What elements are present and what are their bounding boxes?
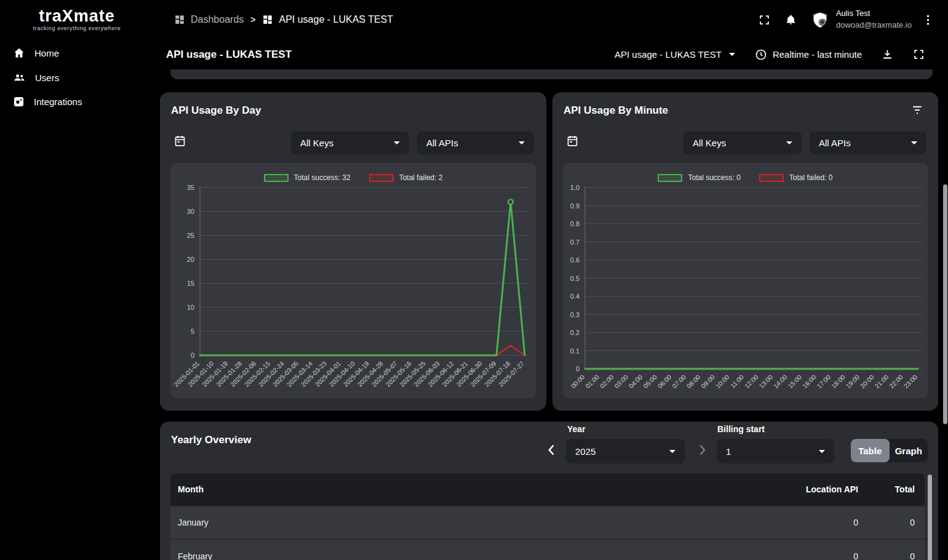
legend-swatch (369, 174, 394, 182)
svg-text:35: 35 (187, 184, 194, 191)
card-title: API Usage By Day (171, 105, 261, 117)
by-minute-chart-panel: Total success: 0Total failed: 0 00.10.20… (563, 163, 928, 398)
previous-year-chevron-icon[interactable] (548, 444, 555, 456)
legend-item: Total success: 0 (658, 173, 740, 182)
sidebar-item-integrations[interactable]: Integrations (0, 90, 154, 114)
sidebar: Home Users Integrations (0, 39, 154, 560)
toolbar-actions: API usage - LUKAS TEST Realtime - last m… (615, 49, 925, 61)
dashboard-toolbar: API usage - LUKAS TEST API usage - LUKAS… (154, 39, 948, 69)
filter-icon[interactable] (912, 105, 923, 115)
svg-text:00:00: 00:00 (569, 373, 586, 390)
svg-text:25: 25 (187, 232, 194, 239)
svg-text:14:00: 14:00 (772, 373, 789, 390)
svg-text:0.6: 0.6 (570, 256, 580, 264)
logo-text: traXmate (0, 8, 154, 25)
breadcrumb-separator: > (250, 15, 255, 25)
user-name: Aulis Test (836, 8, 912, 20)
svg-text:0.3: 0.3 (570, 311, 580, 318)
cell-month: February (170, 539, 788, 560)
svg-text:0.5: 0.5 (570, 275, 580, 282)
table-scrollbar-thumb[interactable] (928, 475, 932, 560)
apis-filter-select[interactable]: All APIs (417, 132, 534, 154)
notifications-bell-icon[interactable] (785, 14, 797, 26)
breadcrumb-current-dashboard[interactable]: API usage - LUKAS TEST (262, 14, 393, 25)
breadcrumb-dashboards[interactable]: Dashboards (174, 14, 244, 25)
kebab-menu-icon[interactable] (926, 14, 930, 26)
column-location-api: Location API (788, 473, 868, 506)
chart-legend: Total success: 0Total failed: 0 (563, 163, 928, 183)
breadcrumb: Dashboards > API usage - LUKAS TEST (174, 14, 393, 25)
svg-text:15: 15 (187, 280, 194, 287)
svg-text:10: 10 (187, 304, 194, 311)
cell-location-api: 0 (788, 539, 868, 560)
cell-total: 0 (868, 506, 925, 539)
sidebar-item-label: Integrations (34, 97, 82, 107)
dashboard-scroll-area: API Usage By Day All Keys All APIs Total… (154, 69, 948, 560)
apis-filter-value: All APIs (819, 138, 851, 148)
svg-text:0.7: 0.7 (570, 239, 580, 246)
realtime-range-button[interactable]: Realtime - last minute (755, 49, 862, 61)
yearly-table: Month Location API Total January00Februa… (170, 473, 925, 560)
partially-scrolled-widget (170, 69, 933, 79)
apis-filter-select[interactable]: All APIs (810, 132, 926, 154)
dashboard-select-value: API usage - LUKAS TEST (615, 49, 722, 60)
clock-icon (755, 49, 767, 61)
page-scrollbar-thumb[interactable] (943, 184, 947, 424)
chevron-down-icon (819, 450, 825, 453)
svg-text:15:00: 15:00 (786, 373, 803, 390)
brand-logo[interactable]: traXmate tracking everything everywhere (0, 8, 154, 31)
chevron-down-icon (729, 53, 735, 56)
svg-text:17:00: 17:00 (815, 373, 832, 390)
svg-text:06:00: 06:00 (656, 373, 672, 390)
toggle-graph-button[interactable]: Graph (890, 439, 928, 462)
legend-label: Total success: 32 (294, 173, 351, 182)
download-icon[interactable] (882, 49, 893, 60)
legend-item: Total success: 32 (264, 173, 351, 182)
chart-legend: Total success: 32Total failed: 2 (170, 163, 536, 183)
card-title: API Usage By Minute (564, 105, 668, 117)
year-select[interactable]: 2025 (566, 439, 685, 463)
column-month: Month (170, 473, 788, 506)
svg-text:0: 0 (576, 365, 580, 373)
calendar-icon[interactable] (173, 134, 186, 148)
keys-filter-select[interactable]: All Keys (683, 132, 802, 154)
chevron-down-icon (519, 141, 525, 144)
fullscreen-icon[interactable] (759, 14, 770, 26)
sidebar-item-label: Home (34, 48, 59, 58)
chevron-down-icon (786, 141, 792, 144)
svg-text:11:00: 11:00 (729, 373, 746, 390)
year-value: 2025 (575, 446, 595, 457)
expand-dashboard-icon[interactable] (913, 49, 925, 60)
card-api-usage-by-day: API Usage By Day All Keys All APIs Total… (160, 92, 546, 411)
svg-text:18:00: 18:00 (830, 373, 846, 390)
svg-text:08:00: 08:00 (685, 373, 702, 390)
svg-text:16:00: 16:00 (801, 373, 818, 390)
svg-text:05:00: 05:00 (642, 373, 658, 390)
svg-text:20:00: 20:00 (859, 373, 875, 390)
keys-filter-select[interactable]: All Keys (291, 132, 409, 154)
legend-item: Total failed: 0 (759, 173, 833, 182)
cell-month: January (170, 506, 788, 539)
calendar-icon[interactable] (566, 134, 579, 148)
dashboard-grid-icon (174, 14, 185, 25)
sidebar-item-users[interactable]: Users (0, 65, 154, 90)
users-icon (13, 71, 26, 84)
by-day-controls: All Keys All APIs (172, 130, 534, 155)
toggle-table-button[interactable]: Table (851, 439, 890, 462)
svg-text:0: 0 (191, 352, 194, 359)
usage-by-day-chart: 051015202530352025-01-012025-01-102025-0… (170, 184, 536, 398)
chevron-down-icon (394, 141, 400, 144)
svg-text:01:00: 01:00 (584, 373, 600, 390)
dashboard-select[interactable]: API usage - LUKAS TEST (615, 49, 735, 60)
svg-text:22:00: 22:00 (888, 373, 904, 390)
next-year-chevron-icon[interactable] (699, 444, 706, 456)
dashboard-grid-icon (262, 14, 273, 25)
account-menu[interactable]: Aulis Test dowoad@traxmate.io (811, 8, 912, 31)
billing-start-select[interactable]: 1 (717, 439, 834, 463)
topbar-actions: Aulis Test dowoad@traxmate.io (759, 8, 930, 31)
svg-text:0.2: 0.2 (570, 329, 580, 336)
sidebar-item-home[interactable]: Home (0, 41, 154, 65)
svg-text:0.1: 0.1 (570, 347, 580, 355)
usage-by-minute-chart: 00.10.20.30.40.50.60.70.80.91.000:0001:0… (563, 184, 928, 398)
table-graph-toggle: Table Graph (851, 439, 928, 462)
